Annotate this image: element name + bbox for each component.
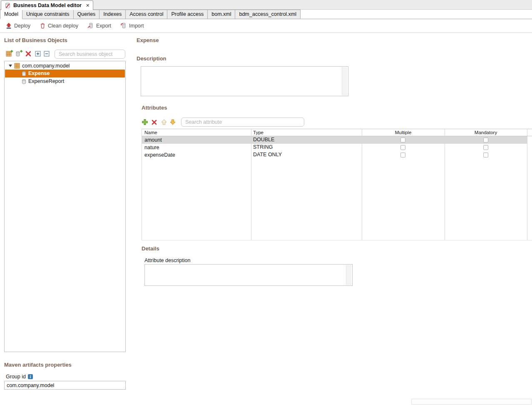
add-icon <box>142 119 148 125</box>
business-objects-tree: com.company.model Expense ExpenseReport <box>4 61 126 352</box>
attributes-table: Name Type Multiple Mandatory amountDOUBL… <box>142 129 532 240</box>
tab-profile-access[interactable]: Profile access <box>167 10 208 19</box>
export-button[interactable]: Export <box>87 22 111 29</box>
table-header: Name Type Multiple Mandatory <box>142 129 532 136</box>
attributes-title: Attributes <box>142 105 167 111</box>
add-package-icon <box>6 50 13 57</box>
delete-business-object-button[interactable] <box>25 50 32 59</box>
package-name: com.company.model <box>22 63 70 69</box>
package-icon <box>14 63 20 69</box>
attribute-description-textarea[interactable] <box>144 264 353 286</box>
clean-deploy-button[interactable]: Clean deploy <box>40 22 78 29</box>
close-icon[interactable]: ✕ <box>86 3 89 8</box>
business-object-icon <box>22 79 26 85</box>
attribute-name-cell[interactable]: amount <box>144 137 162 143</box>
business-objects-title: List of Business Objects <box>4 37 67 43</box>
business-object-name: Expense <box>28 70 50 76</box>
tab-bdm-access-control-xml[interactable]: bdm_access_control.xml <box>235 10 301 19</box>
group-id-label: Group id <box>6 374 26 380</box>
arrow-up-icon <box>161 119 167 125</box>
search-attribute-input[interactable] <box>181 118 304 127</box>
maven-properties-title: Maven artifacts properties <box>4 362 72 368</box>
scrollbar-track[interactable] <box>346 265 351 285</box>
add-business-object-button[interactable] <box>15 50 23 59</box>
tab-bom-xml[interactable]: bom.xml <box>207 10 235 19</box>
collapse-all-button[interactable] <box>44 51 50 58</box>
description-label: Description <box>137 55 167 62</box>
group-id-label-row: Group id <box>6 374 33 380</box>
description-textarea-input[interactable] <box>141 67 348 96</box>
deploy-icon <box>5 22 12 29</box>
tree-node-expense[interactable]: Expense <box>5 70 125 78</box>
multiple-checkbox[interactable] <box>400 138 405 142</box>
attribute-description-textarea-input[interactable] <box>145 265 352 285</box>
import-icon <box>120 22 127 29</box>
clean-deploy-trash-icon <box>40 22 46 29</box>
move-down-button[interactable] <box>169 119 176 127</box>
expand-all-icon <box>35 51 41 57</box>
delete-icon <box>25 50 32 57</box>
column-header-type[interactable]: Type <box>253 130 264 135</box>
arrow-down-icon <box>169 119 176 125</box>
column-header-multiple[interactable]: Multiple <box>362 130 445 135</box>
column-divider <box>527 129 527 240</box>
attribute-name-cell[interactable]: nature <box>144 145 159 150</box>
mandatory-checkbox[interactable] <box>483 152 488 158</box>
bdm-editor-icon <box>5 2 11 9</box>
tab-indexes[interactable]: Indexes <box>99 10 126 19</box>
import-button[interactable]: Import <box>120 22 144 29</box>
attribute-type-cell[interactable]: DATE ONLY <box>253 152 282 158</box>
add-business-object-icon <box>15 50 23 57</box>
business-object-name: ExpenseReport <box>28 78 64 84</box>
object-title: Expense <box>137 37 159 43</box>
attribute-type-cell[interactable]: STRING <box>253 144 273 150</box>
bdm-toolbar: Deploy Clean deploy Export Import <box>0 19 532 33</box>
export-icon <box>87 22 94 29</box>
business-object-icon <box>22 71 26 77</box>
bdm-tabbar: Model Unique constraints Queries Indexes… <box>0 10 532 19</box>
editor-tab-bdm[interactable]: Business Data Model editor ✕ <box>1 0 93 10</box>
delete-icon <box>151 119 157 125</box>
chevron-expanded-icon[interactable] <box>9 65 12 67</box>
attribute-type-cell[interactable]: DOUBLE <box>253 137 274 142</box>
table-row[interactable]: amountDOUBLE <box>142 136 527 144</box>
attribute-description-label: Attribute description <box>144 258 190 263</box>
tree-node-expensereport[interactable]: ExpenseReport <box>5 78 125 85</box>
search-business-object-input[interactable] <box>55 50 125 59</box>
mandatory-checkbox[interactable] <box>483 145 488 150</box>
info-icon[interactable] <box>28 374 33 379</box>
collapse-all-icon <box>44 51 50 57</box>
expand-all-button[interactable] <box>35 51 41 58</box>
delete-attribute-button[interactable] <box>151 119 157 127</box>
column-header-name[interactable]: Name <box>144 130 157 135</box>
horizontal-scrollbar-track[interactable] <box>411 399 532 405</box>
multiple-checkbox[interactable] <box>400 145 405 150</box>
table-row[interactable]: natureSTRING <box>142 144 527 151</box>
details-title: Details <box>142 245 159 252</box>
tab-access-control[interactable]: Access control <box>125 10 167 19</box>
tab-model[interactable]: Model <box>0 10 22 19</box>
add-package-button[interactable] <box>6 50 13 59</box>
add-attribute-button[interactable] <box>142 119 148 127</box>
attribute-name-cell[interactable]: expenseDate <box>144 152 175 158</box>
tree-node-package[interactable]: com.company.model <box>5 62 125 70</box>
multiple-checkbox[interactable] <box>400 152 405 158</box>
deploy-button[interactable]: Deploy <box>5 22 30 29</box>
editor-tab-label: Business Data Model editor <box>13 2 82 8</box>
tab-queries[interactable]: Queries <box>73 10 100 19</box>
mandatory-checkbox[interactable] <box>483 138 488 142</box>
table-row[interactable]: expenseDateDATE ONLY <box>142 151 527 159</box>
description-textarea[interactable] <box>141 66 348 96</box>
move-up-button[interactable] <box>161 119 167 127</box>
scrollbar-track[interactable] <box>342 67 347 95</box>
tab-unique-constraints[interactable]: Unique constraints <box>22 10 74 19</box>
group-id-input[interactable] <box>4 381 126 390</box>
column-header-mandatory[interactable]: Mandatory <box>445 130 527 135</box>
editor-tab-strip: Business Data Model editor ✕ <box>0 0 532 10</box>
